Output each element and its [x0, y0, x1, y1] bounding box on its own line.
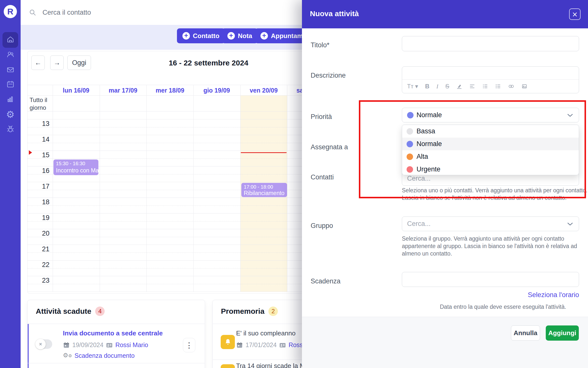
text-style-icon[interactable]: Tт ▾	[407, 83, 418, 90]
reminder-item-date: 17/01/2024	[246, 341, 277, 349]
highlight-icon[interactable]	[456, 83, 462, 89]
complete-toggle[interactable]: ×	[36, 339, 52, 349]
priority-option-urgente[interactable]: Urgente	[402, 163, 579, 175]
add-contact-button[interactable]: + Contatto	[177, 28, 225, 43]
bullet-list-icon[interactable]	[482, 83, 488, 89]
priority-dot-icon	[407, 166, 413, 173]
calendar-next-button[interactable]: →	[50, 55, 64, 70]
item-menu-button[interactable]: ⋮	[183, 338, 195, 352]
hour-row[interactable]	[28, 135, 303, 151]
hour-row[interactable]	[28, 229, 303, 245]
calendar-prev-button[interactable]: ←	[31, 55, 45, 70]
editor-toolbar: Tт ▾ B I S	[402, 80, 579, 93]
hour-label: 13	[28, 120, 49, 127]
overdue-item-contact-link[interactable]: Rossi Mario	[115, 341, 148, 349]
strikethrough-icon[interactable]: S	[445, 83, 449, 90]
numbered-list-icon[interactable]	[495, 83, 501, 89]
divider	[28, 324, 205, 324]
mail-icon	[6, 65, 15, 75]
scadenza-label: Scadenza	[311, 277, 340, 285]
add-contact-label: Contatto	[193, 32, 219, 40]
priorita-select[interactable]: Normale	[402, 108, 579, 122]
chevron-down-icon	[567, 111, 573, 119]
hour-row[interactable]	[28, 119, 303, 135]
priority-option-alta[interactable]: Alta	[402, 150, 579, 163]
hour-label: 21	[28, 245, 49, 253]
bug-icon	[6, 124, 15, 134]
overdue-item-type-row: ⚙⚙ Scadenza documento	[63, 352, 135, 359]
close-icon[interactable]: ×	[569, 8, 581, 20]
select-time-link[interactable]: Seleziona l'orario	[528, 291, 579, 299]
hour-label: 23	[28, 277, 49, 284]
priority-option-normale[interactable]: Normale	[402, 138, 579, 150]
priorita-label: Priorità	[311, 113, 332, 121]
overdue-activities-card: Attività scadute 4 × Invia documento a s…	[27, 300, 205, 368]
hour-row[interactable]	[28, 213, 303, 229]
automation-gears-icon: ⚙⚙	[63, 352, 72, 359]
reminder-bell-icon	[221, 364, 235, 368]
drawer-title: Nuova attività	[310, 9, 359, 18]
gruppo-placeholder: Cerca...	[407, 220, 431, 228]
scadenza-helper-text: Data entro la quale deve essere eseguita…	[440, 303, 566, 311]
sidebar-item-calendar[interactable]	[2, 77, 18, 93]
drawer-header: Nuova attività ×	[302, 0, 588, 28]
hour-grid[interactable]	[28, 119, 303, 292]
bold-icon[interactable]: B	[425, 83, 429, 90]
descrizione-editor-textarea[interactable]	[402, 67, 579, 80]
day-header: ven 20/09	[250, 87, 278, 94]
titolo-label: Titolo*	[311, 41, 330, 49]
cancel-button[interactable]: Annulla	[511, 325, 540, 341]
plus-icon: +	[227, 32, 235, 40]
align-icon[interactable]	[469, 83, 475, 89]
gruppo-helper-text: Seleziona il gruppo. Verrà aggiunto una …	[402, 235, 577, 257]
contacts-icon	[6, 50, 15, 60]
overdue-item-meta: 19/09/2024 Rossi Mario	[63, 341, 148, 349]
reminders-count-badge: 2	[268, 307, 278, 316]
event-time: 15:30 - 16:30	[56, 161, 96, 166]
sidebar-item-home[interactable]	[2, 32, 18, 48]
priority-dot-icon	[407, 141, 413, 147]
day-header: gio 19/09	[204, 87, 230, 94]
calendar-today-button[interactable]: Oggi	[67, 55, 91, 70]
gruppo-select[interactable]: Cerca...	[402, 216, 579, 231]
italic-icon[interactable]: I	[436, 83, 438, 90]
bar-chart-icon	[6, 95, 15, 105]
all-day-row: Tutto il giorno	[28, 96, 303, 111]
hour-row[interactable]	[28, 260, 303, 276]
plus-icon: +	[260, 32, 268, 40]
hour-row[interactable]	[28, 198, 303, 213]
sidebar-item-settings[interactable]: ⚙	[2, 106, 18, 122]
image-icon[interactable]	[521, 83, 527, 89]
plus-icon: +	[182, 32, 190, 40]
add-note-button[interactable]: + Nota	[222, 28, 258, 43]
submit-button[interactable]: Aggiungi	[546, 325, 579, 341]
hour-row[interactable]	[28, 276, 303, 292]
hour-label: 19	[28, 214, 49, 221]
search-input[interactable]	[42, 9, 172, 16]
sidebar-item-debug[interactable]	[2, 121, 18, 137]
event-title: Ribilanciamento	[244, 190, 285, 197]
sidebar-item-reports[interactable]	[2, 92, 18, 107]
reminder-bell-icon	[221, 335, 235, 349]
scadenza-input[interactable]	[402, 272, 579, 287]
link-icon[interactable]	[508, 83, 514, 89]
calendar-event[interactable]: 15:30 - 16:30 Incorntro con Mario	[53, 159, 98, 175]
drawer-footer: Annulla Aggiungi	[302, 317, 588, 368]
priorita-dropdown-menu: Bassa Normale Alta Urgente	[402, 125, 579, 175]
contact-card-icon	[106, 342, 113, 349]
sidebar-item-mail[interactable]	[2, 62, 18, 78]
titolo-input[interactable]	[402, 36, 579, 51]
item-accent-bar	[28, 324, 29, 363]
app-logo[interactable]: R	[4, 5, 17, 18]
sidebar-item-contacts[interactable]	[2, 47, 18, 63]
overdue-item-type-link[interactable]: Scadenza documento	[75, 352, 135, 359]
calendar-event[interactable]: 17:00 - 18:00 Ribilanciamento	[241, 183, 287, 197]
current-time-line	[241, 152, 287, 153]
overdue-item-title-link[interactable]: Invia documento a sede centrale	[63, 329, 163, 337]
priority-option-bassa[interactable]: Bassa	[402, 125, 579, 138]
toggle-knob: ×	[35, 339, 46, 349]
descrizione-editor[interactable]: Tт ▾ B I S	[402, 66, 579, 93]
hour-label: 22	[28, 261, 49, 268]
hour-row[interactable]	[28, 245, 303, 260]
calendar-date-icon	[236, 342, 243, 349]
